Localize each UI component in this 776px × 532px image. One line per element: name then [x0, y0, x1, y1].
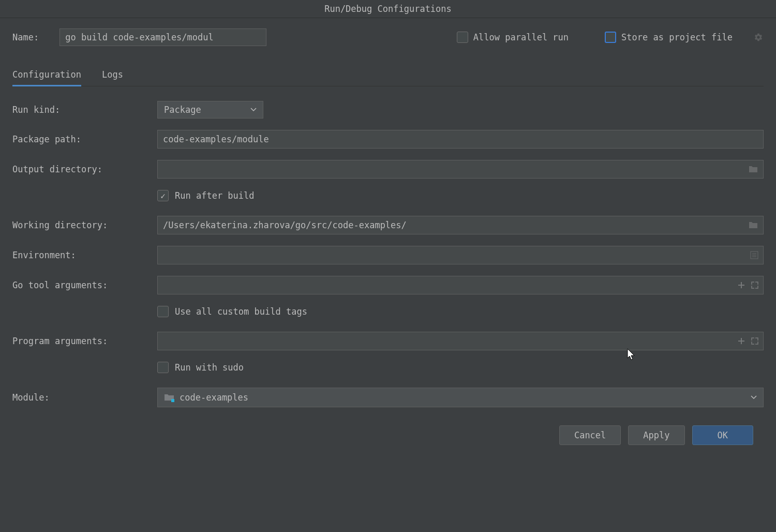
name-label: Name:	[12, 32, 39, 42]
program-args-row: Program arguments:	[12, 332, 764, 350]
checkbox-icon	[457, 32, 468, 43]
output-dir-label: Output directory:	[12, 164, 157, 174]
module-row: Module: code-examples	[12, 388, 764, 407]
expand-icon[interactable]	[751, 337, 758, 345]
run-kind-row: Run kind: Package	[12, 101, 764, 119]
package-path-input[interactable]	[157, 130, 764, 149]
package-path-label: Package path:	[12, 134, 157, 144]
tab-configuration[interactable]: Configuration	[12, 64, 81, 86]
environment-label: Environment:	[12, 250, 157, 260]
window-title: Run/Debug Configurations	[324, 4, 452, 14]
ok-button[interactable]: OK	[692, 425, 753, 445]
name-row: Name: Allow parallel run Store as projec…	[12, 28, 764, 46]
output-dir-input[interactable]	[157, 160, 764, 179]
list-edit-icon[interactable]	[750, 251, 758, 259]
working-dir-label: Working directory:	[12, 220, 157, 230]
tab-logs[interactable]: Logs	[102, 64, 123, 86]
working-dir-row: Working directory:	[12, 216, 764, 234]
dialog-content: Name: Allow parallel run Store as projec…	[0, 18, 776, 455]
go-tool-args-label: Go tool arguments:	[12, 280, 157, 290]
name-input[interactable]	[59, 28, 266, 46]
titlebar: Run/Debug Configurations	[0, 0, 776, 18]
store-project-label: Store as project file	[621, 32, 733, 42]
chevron-down-icon	[751, 395, 757, 400]
allow-parallel-label: Allow parallel run	[473, 32, 569, 42]
package-path-row: Package path:	[12, 130, 764, 149]
run-sudo-checkbox[interactable]: Run with sudo	[157, 362, 764, 373]
chevron-down-icon	[250, 108, 257, 112]
module-folder-icon	[164, 393, 174, 402]
run-debug-dialog: Run/Debug Configurations Name: Allow par…	[0, 0, 776, 455]
run-kind-value: Package	[164, 105, 201, 115]
folder-browse-icon[interactable]	[748, 165, 758, 173]
tabs: Configuration Logs	[12, 64, 764, 86]
module-value: code-examples	[180, 392, 248, 403]
program-args-label: Program arguments:	[12, 336, 157, 346]
checkbox-icon	[605, 32, 616, 43]
run-sudo-label: Run with sudo	[175, 362, 244, 373]
working-dir-input[interactable]	[157, 216, 764, 234]
apply-button[interactable]: Apply	[628, 425, 684, 445]
environment-row: Environment:	[12, 246, 764, 264]
program-args-input[interactable]	[157, 332, 764, 350]
button-bar: Cancel Apply OK	[12, 425, 764, 445]
go-tool-args-row: Go tool arguments:	[12, 276, 764, 294]
module-select[interactable]: code-examples	[157, 388, 764, 407]
output-dir-row: Output directory:	[12, 160, 764, 179]
checkbox-icon	[157, 190, 169, 201]
run-kind-label: Run kind:	[12, 105, 157, 115]
checkbox-icon	[157, 362, 169, 373]
gear-icon[interactable]	[753, 32, 764, 42]
expand-icon[interactable]	[751, 282, 758, 289]
use-custom-tags-checkbox[interactable]: Use all custom build tags	[157, 306, 764, 317]
allow-parallel-run-checkbox[interactable]: Allow parallel run	[457, 32, 569, 43]
cancel-button[interactable]: Cancel	[559, 425, 621, 445]
environment-input[interactable]	[157, 246, 764, 264]
use-custom-tags-label: Use all custom build tags	[175, 306, 307, 317]
run-kind-select[interactable]: Package	[157, 101, 263, 119]
svg-rect-8	[171, 399, 174, 402]
run-after-build-label: Run after build	[175, 190, 255, 201]
store-project-file-checkbox[interactable]: Store as project file	[605, 32, 733, 43]
go-tool-args-input[interactable]	[157, 276, 764, 294]
module-label: Module:	[12, 392, 157, 403]
run-after-build-checkbox[interactable]: Run after build	[157, 190, 764, 201]
folder-browse-icon[interactable]	[748, 221, 758, 229]
checkbox-icon	[157, 306, 169, 317]
plus-icon[interactable]	[738, 337, 745, 345]
plus-icon[interactable]	[738, 282, 745, 289]
